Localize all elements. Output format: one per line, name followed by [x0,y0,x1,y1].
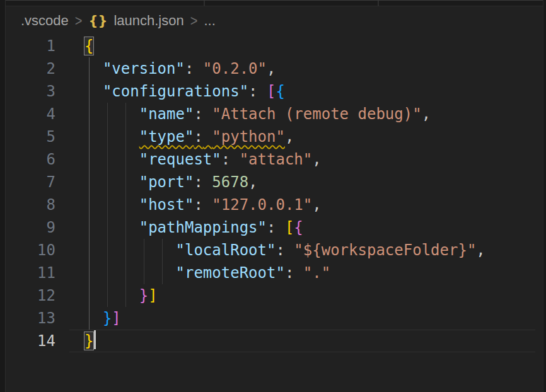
code-line-content[interactable]: "pathMappings": [{ [84,216,543,239]
code-token[interactable]: [ [285,219,294,236]
line-number[interactable]: 9 [0,216,55,239]
code-token[interactable]: "version" [103,60,185,78]
code-line[interactable]: 2 "version": "0.2.0", [0,57,543,80]
code-token[interactable]: "Attach (remote debug)" [212,105,421,123]
code-token[interactable]: "127.0.0.1" [212,196,312,214]
code-line[interactable]: 11 "remoteRoot": "." [0,262,543,284]
code-token[interactable]: "${workspaceFolder}" [294,241,476,259]
code-line-content[interactable]: "configurations": [{ [84,80,543,103]
code-token[interactable] [84,264,176,282]
line-number[interactable]: 13 [0,307,55,330]
line-number[interactable]: 4 [0,103,55,125]
code-token[interactable]: { [276,83,284,100]
breadcrumb-folder[interactable]: .vscode [21,13,69,29]
code-line[interactable]: 10 "localRoot": "${workspaceFolder}", [0,239,543,262]
code-token[interactable]: "attach" [240,151,313,168]
code-token[interactable]: : [276,241,284,259]
code-token[interactable]: "configurations" [103,83,248,100]
code-token[interactable] [84,128,139,146]
code-token[interactable]: "python" [212,128,285,146]
code-token[interactable]: } [103,309,112,327]
line-number[interactable]: 6 [0,148,55,171]
code-token[interactable]: "." [303,264,330,282]
code-line-content[interactable]: "version": "0.2.0", [84,57,543,80]
code-line-content[interactable]: }] [84,284,543,307]
breadcrumb-symbol[interactable]: ... [204,13,215,29]
line-number[interactable]: 14 [0,330,55,352]
code-token[interactable]: } [139,287,148,304]
code-line-content[interactable]: }] [84,307,543,330]
code-token[interactable]: 5678 [212,173,248,191]
code-token[interactable]: "request" [139,151,221,168]
code-token[interactable]: , [285,128,294,146]
code-token[interactable]: : [285,264,294,282]
code-line[interactable]: 4 "name": "Attach (remote debug)", [0,103,543,125]
line-number[interactable]: 12 [0,284,55,307]
code-line[interactable]: 8 "host": "127.0.0.1", [0,193,543,216]
code-line-content[interactable]: "localRoot": "${workspaceFolder}", [84,239,543,262]
code-token[interactable] [203,173,212,191]
code-token[interactable]: "port" [139,173,194,191]
code-line-content[interactable]: "remoteRoot": "." [84,262,543,284]
matched-bracket[interactable]: { [84,37,93,55]
code-token[interactable]: : [221,151,230,168]
code-line[interactable]: 6 "request": "attach", [0,148,543,171]
code-token[interactable]: : [194,105,202,123]
code-line[interactable]: 12 }] [0,284,543,307]
code-token[interactable]: "type" [139,128,194,146]
code-token[interactable]: ] [112,309,120,327]
code-token[interactable]: "host" [139,196,194,214]
code-token[interactable]: : [194,173,202,191]
code-token[interactable]: : [185,60,194,78]
code-token[interactable] [230,151,239,168]
code-line[interactable]: 9 "pathMappings": [{ [0,216,543,239]
code-token[interactable]: , [312,196,321,214]
code-token[interactable] [203,105,212,123]
code-token[interactable]: [ [267,83,276,100]
code-token[interactable] [258,83,267,100]
code-token[interactable]: ] [148,287,157,304]
line-number[interactable]: 1 [0,35,55,57]
code-token[interactable] [84,241,176,259]
code-token[interactable] [203,196,212,214]
line-number[interactable]: 8 [0,193,55,216]
editor-tab-bar[interactable] [6,0,543,6]
code-token[interactable] [84,151,139,168]
code-token[interactable]: : [194,196,202,214]
code-line[interactable]: 1{ [0,35,543,57]
code-token[interactable] [276,219,284,236]
code-line-content[interactable]: "name": "Attach (remote debug)", [84,103,543,125]
code-token[interactable]: , [312,151,321,168]
code-token[interactable] [294,264,303,282]
code-token[interactable] [194,60,202,78]
breadcrumb-file[interactable]: launch.json [113,13,183,29]
code-token[interactable]: { [294,219,303,236]
code-token[interactable]: "pathMappings" [139,219,267,236]
code-token[interactable] [84,287,139,304]
code-line-content[interactable]: "port": 5678, [84,171,543,193]
code-line-content[interactable]: { [84,35,543,57]
code-token[interactable]: : [267,219,276,236]
code-editor[interactable]: 1{2 "version": "0.2.0",3 "configurations… [0,35,543,352]
code-token[interactable]: : [194,128,202,146]
code-line[interactable]: 3 "configurations": [{ [0,80,543,103]
code-token[interactable] [84,105,139,123]
code-line-content[interactable]: } [84,330,543,352]
line-number[interactable]: 3 [0,80,55,103]
code-token[interactable]: "remoteRoot" [176,264,285,282]
line-number[interactable]: 2 [0,57,55,80]
code-token[interactable]: , [248,173,257,191]
code-token[interactable] [84,219,139,236]
code-token[interactable]: , [422,105,431,123]
line-number[interactable]: 5 [0,125,55,148]
code-token[interactable]: "localRoot" [176,241,276,259]
code-line[interactable]: 7 "port": 5678, [0,171,543,193]
code-token[interactable] [84,60,103,78]
matched-bracket[interactable]: } [84,332,93,350]
code-token[interactable]: : [248,83,257,100]
code-token[interactable]: "0.2.0" [203,60,267,78]
code-token[interactable]: , [476,241,485,259]
code-line-content[interactable]: "host": "127.0.0.1", [84,193,543,216]
code-line-content[interactable]: "request": "attach", [84,148,543,171]
line-number[interactable]: 7 [0,171,55,193]
